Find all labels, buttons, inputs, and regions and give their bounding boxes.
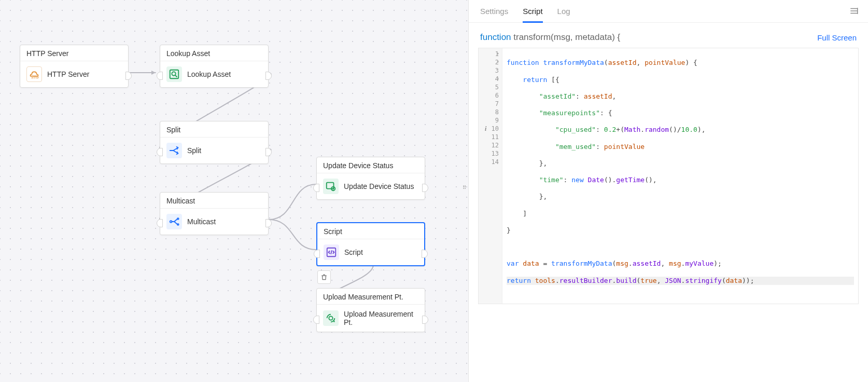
node-http-server[interactable]: HTTP Server HTTP HTTP Server [20,45,129,88]
output-port[interactable] [265,219,272,227]
input-port[interactable] [314,250,320,258]
node-label: Lookup Asset [187,70,231,78]
node-title: Upload Measurement Pt. [317,289,425,305]
node-title: Script [317,223,424,239]
full-screen-link[interactable]: Full Screen [817,33,857,42]
node-label: Script [344,248,363,256]
node-update-device-status[interactable]: Update Device Status Update Device Statu… [316,157,425,200]
properties-tabs: Settings Script Log [469,0,868,23]
output-port[interactable] [265,72,272,80]
editor-gutter: 1 2 3 4 5 6 7 8 9 10 11 12 13 14 [479,48,502,304]
tab-settings[interactable]: Settings [480,0,508,23]
http-icon: HTTP [26,66,42,82]
update-status-icon [323,179,339,194]
output-port[interactable] [422,316,428,324]
editor-content[interactable]: function transformMyData(assetId, pointV… [502,48,858,304]
lookup-icon [166,66,182,82]
tab-log[interactable]: Log [557,0,570,23]
svg-text:HTTP: HTTP [32,76,39,79]
node-upload-measurement[interactable]: Upload Measurement Pt. Upload Measuremen… [316,288,425,332]
upload-icon [323,310,339,326]
pane-resize-handle[interactable]: ⠿ [463,185,467,190]
svg-rect-2 [170,70,179,79]
input-port[interactable] [157,148,163,156]
output-port[interactable] [422,184,428,192]
svg-point-3 [172,72,175,75]
input-port[interactable] [157,219,163,227]
tab-script[interactable]: Script [523,0,542,23]
node-split[interactable]: Split Split [160,121,269,164]
code-editor[interactable]: 1 2 3 4 5 6 7 8 9 10 11 12 13 14 functio… [478,48,859,304]
node-label: Multicast [187,217,216,226]
node-title: Lookup Asset [160,45,268,61]
node-label: Split [187,146,201,155]
output-port[interactable] [422,250,428,258]
svg-marker-0 [151,71,156,75]
svg-point-10 [329,316,332,320]
node-label: Upload Measurement Pt. [344,310,418,326]
input-port[interactable] [313,316,319,324]
node-title: Split [160,121,268,138]
svg-rect-7 [327,183,334,189]
delete-node-button[interactable] [317,270,331,284]
node-label: HTTP Server [47,70,89,78]
node-script[interactable]: Script Script [316,222,425,266]
node-title: Multicast [160,193,268,209]
node-lookup-asset[interactable]: Lookup Asset Lookup Asset [160,45,269,88]
node-multicast[interactable]: Multicast Multicast [160,192,269,235]
function-signature: function transform(msg, metadata) { Full… [469,23,868,48]
node-label: Update Device Status [344,182,414,190]
input-port[interactable] [157,72,163,80]
multicast-icon [166,214,182,229]
node-title: Update Device Status [317,157,425,173]
svg-point-6 [177,224,179,225]
properties-pane: ⠿ Settings Script Log function transform… [468,0,868,382]
flow-canvas[interactable]: HTTP Server HTTP HTTP Server Lookup Asse… [0,0,468,382]
svg-point-5 [177,218,179,220]
panel-menu-icon[interactable] [849,6,859,17]
node-title: HTTP Server [20,45,128,61]
output-port[interactable] [125,72,132,80]
output-port[interactable] [265,148,272,156]
input-port[interactable] [313,184,319,192]
script-icon [324,244,339,260]
split-icon [166,143,182,158]
